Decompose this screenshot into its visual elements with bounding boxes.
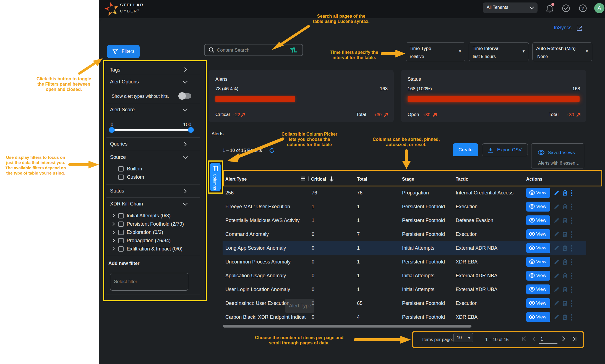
- svg-text:?: ?: [581, 6, 584, 11]
